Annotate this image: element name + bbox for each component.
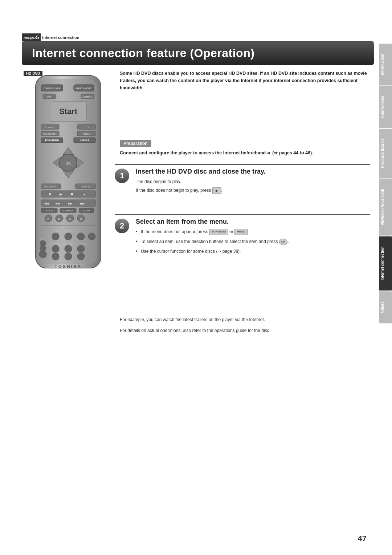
sidebar-tab-playback-advanced-label: Playback (Advanced) [380,189,384,226]
svg-point-63 [77,233,85,240]
svg-text:B: B [58,217,60,220]
svg-text:RESOLUTION: RESOLUTION [43,133,57,135]
svg-text:■: ■ [83,193,85,196]
step-1-line1: The disc begins to play. [136,178,370,185]
svg-text:TV I/⏻: TV I/⏻ [52,230,60,232]
svg-point-71 [65,245,72,252]
arrow-icon: ⇒ [267,150,270,157]
remote-control-image: OPEN/CLOSE ON/STANDBY DVD V.OUTPUT Start… [22,72,114,497]
main-title-banner: Internet connection feature (Operation) [22,41,374,65]
svg-point-70 [52,245,59,252]
step-2-number: 2 [115,219,129,233]
main-title: Internet connection feature (Operation) [32,46,364,60]
svg-text:SLOW: SLOW [83,210,90,212]
bottom-text-area: For example, you can watch the latest tr… [120,316,370,338]
preparation-body: Connect and configure the player to acce… [120,150,266,155]
sidebar-tab-playback-basic[interactable]: Playback (Basic) [379,129,392,178]
page-number: 47 [358,534,367,543]
preparation-header: Preparation [120,140,151,147]
svg-text:Start: Start [59,107,77,116]
sidebar-tab-playback-advanced[interactable]: Playback (Advanced) [379,179,392,236]
intro-text: Some HD DVD discs enable you to access s… [120,70,370,92]
svg-point-64 [88,233,95,240]
step-1-content: Insert the HD DVD disc and close the tra… [136,168,370,194]
svg-text:OPEN/CLOSE: OPEN/CLOSE [44,87,60,90]
svg-text:A: A [47,217,49,220]
svg-point-72 [77,245,85,252]
sidebar-tab-others-label: Others [380,301,384,313]
svg-text:⏹: ⏹ [70,192,74,196]
svg-text:CURSOR: CURSOR [63,210,73,212]
sidebar-tab-introduction[interactable]: Introduction [379,44,392,85]
remote-svg: OPEN/CLOSE ON/STANDBY DVD V.OUTPUT Start… [28,72,108,283]
svg-text:REPEAT: REPEAT [45,210,53,212]
svg-text:TOPMENU: TOPMENU [45,139,59,142]
svg-text:V.OUTPUT: V.OUTPUT [45,126,56,129]
preparation-pages: (⇒ pages 44 to 46). [272,150,313,155]
svg-text:TV CODE: TV CODE [62,243,74,245]
bottom-para2: For details on actual operations, also r… [120,327,370,334]
bullet2-text: To select an item, use the direction but… [141,239,278,244]
bullet1-text: If the menu does not appear, press [141,229,208,234]
step-2-list: If the menu does not appear, press TOPME… [136,228,370,255]
step-2-content: Select an item from the menu. If the men… [136,218,370,255]
sidebar-tab-introduction-label: Introduction [380,54,384,75]
play-button-img: ▶ [212,187,221,194]
svg-point-77 [52,253,59,260]
step-2-bullet2: To select an item, use the direction but… [136,238,370,245]
step-1-line2-text: If the disc does not begin to play, pres… [136,188,211,193]
svg-text:RETURN: RETURN [81,186,90,188]
chapter-title: Internet connection [42,35,79,40]
bullet1-or: or [229,229,233,234]
svg-text:ON/STANDBY: ON/STANDBY [75,87,92,90]
sidebar-tab-internet-label: Internet connection [380,247,384,280]
svg-text:TV MUTE: TV MUTE [50,243,61,245]
step-1-section: 1 Insert the HD DVD disc and close the t… [115,164,370,196]
sidebar-tab-connections-label: Connections [380,96,384,118]
preparation-section: Preparation Connect and configure the pl… [120,140,370,157]
svg-text:OK: OK [65,161,71,165]
svg-text:V.OUTPUT: V.OUTPUT [82,96,93,98]
step-1-line2: If the disc does not begin to play, pres… [136,187,370,194]
svg-text:C: C [69,217,71,220]
svg-point-78 [65,253,72,260]
svg-text:DVD: DVD [46,96,51,98]
step-1-number: 1 [115,169,129,183]
svg-point-79 [77,253,85,260]
preparation-text: Connect and configure the player to acce… [120,149,370,157]
svg-text:MENU: MENU [80,139,89,142]
svg-text:RESUME/PU: RESUME/PU [44,186,57,188]
svg-text:TV CH: TV CH [40,238,46,240]
svg-text:TITLE: TITLE [83,126,89,129]
svg-text:TV VOL: TV VOL [80,243,89,245]
svg-text:|◀◀: |◀◀ [44,202,49,205]
svg-point-62 [65,233,72,240]
chapter-number-badge: Chapter5 [22,33,41,41]
svg-point-76 [39,251,46,258]
chapter-bar: Chapter5 Internet connection [22,33,374,41]
svg-text:⏸: ⏸ [48,192,52,196]
sidebar-tab-playback-basic-label: Playback (Basic) [380,139,384,168]
bottom-para1: For example, you can watch the latest tr… [120,316,370,323]
step-2-section: 2 Select an item from the menu. If the m… [115,214,370,258]
svg-text:TV/DVD: TV/DVD [64,230,73,232]
step-2-bullet1: If the menu does not appear, press TOPME… [136,228,370,235]
topmenu-button: TOPMENU [209,229,228,235]
svg-point-61 [52,233,59,240]
sidebar-tab-internet-connection[interactable]: Internet connection [379,236,392,291]
menu-button: MENU [234,229,248,235]
svg-text:ANGLE: ANGLE [82,133,90,135]
step-2-bullet3: Use the cursor function for some discs (… [136,248,370,255]
svg-text:▶▶|: ▶▶| [80,202,85,205]
svg-text:D: D [80,217,82,220]
sidebar-tab-others[interactable]: Others [379,291,392,323]
sidebar-tab-connections[interactable]: Connections [379,86,392,128]
sidebar-tabs: Introduction Connections Playback (Basic… [379,44,392,323]
svg-text:◀◀: ◀◀ [55,202,60,205]
ok-button: OK [279,239,288,246]
svg-text:▶: ▶ [60,192,62,196]
svg-text:TOSHIBA: TOSHIBA [54,264,82,269]
step-1-heading: Insert the HD DVD disc and close the tra… [136,168,370,175]
intro-paragraph: Some HD DVD discs enable you to access s… [120,70,370,92]
step-2-heading: Select an item from the menu. [136,218,370,226]
